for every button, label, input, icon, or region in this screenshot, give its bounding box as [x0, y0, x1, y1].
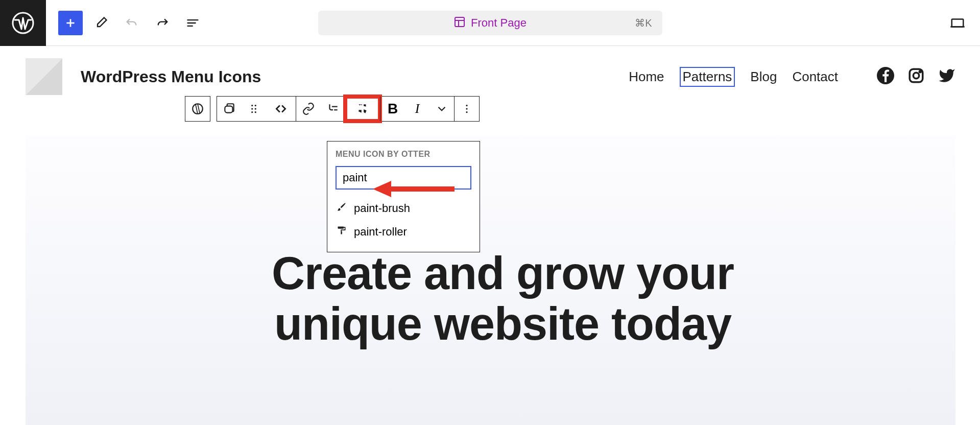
site-logo-placeholder[interactable]: [26, 58, 62, 95]
svg-point-25: [466, 105, 467, 106]
popover-title: MENU ICON BY OTTER: [336, 150, 471, 159]
undo-icon[interactable]: [119, 11, 144, 35]
svg-point-18: [255, 105, 256, 106]
nav-item-contact[interactable]: Contact: [792, 69, 838, 85]
svg-point-26: [466, 108, 467, 109]
link-icon[interactable]: [296, 97, 321, 121]
svg-point-20: [255, 108, 256, 109]
social-icons: [877, 67, 955, 86]
menu-icon-picker-button[interactable]: [345, 97, 380, 121]
block-type-icon[interactable]: [185, 97, 210, 121]
svg-rect-29: [341, 231, 342, 234]
site-header: WordPress Menu Icons Home Patterns Blog …: [26, 58, 980, 95]
icon-result-item[interactable]: paint-brush: [336, 197, 471, 220]
svg-rect-6: [455, 17, 464, 27]
document-bar[interactable]: Front Page ⌘K: [318, 11, 662, 35]
icon-search-input[interactable]: [336, 166, 471, 190]
move-arrows-icon[interactable]: [266, 97, 296, 121]
svg-point-22: [255, 111, 256, 113]
edit-tool-icon[interactable]: [89, 11, 113, 35]
navigation: Home Patterns Blog Contact: [629, 67, 838, 87]
command-shortcut: ⌘K: [635, 17, 652, 29]
icon-results-list: paint-brush paint-roller: [336, 197, 471, 244]
hero-section: Create and grow your unique website toda…: [26, 95, 980, 349]
nav-item-patterns[interactable]: Patterns: [680, 67, 735, 87]
nav-item-home[interactable]: Home: [629, 69, 664, 85]
site-title[interactable]: WordPress Menu Icons: [81, 67, 261, 86]
svg-point-13: [913, 73, 919, 78]
svg-rect-28: [338, 227, 344, 229]
icon-result-label: paint-roller: [354, 225, 407, 239]
svg-point-19: [251, 108, 253, 109]
menu-icon-popover: MENU ICON BY OTTER paint-brush paint-rol…: [327, 141, 480, 252]
redo-icon[interactable]: [150, 11, 175, 35]
template-icon: [453, 16, 466, 30]
paint-roller-icon: [337, 225, 347, 239]
twitter-icon[interactable]: [938, 67, 955, 86]
document-overview-icon[interactable]: [181, 11, 205, 35]
svg-rect-16: [225, 106, 232, 113]
block-toolbar: B I: [185, 96, 480, 122]
svg-point-27: [466, 111, 467, 113]
add-block-button[interactable]: [58, 11, 83, 35]
hero-line-1: Create and grow your: [272, 248, 734, 299]
more-options-icon[interactable]: [455, 97, 479, 121]
paint-brush-icon: [337, 202, 347, 215]
editor-canvas: WordPress Menu Icons Home Patterns Blog …: [0, 46, 980, 349]
bold-button[interactable]: B: [380, 97, 405, 121]
svg-point-14: [919, 71, 921, 73]
icon-result-label: paint-brush: [354, 202, 410, 215]
hero-heading[interactable]: Create and grow your unique website toda…: [26, 248, 980, 349]
select-parent-icon[interactable]: [217, 97, 242, 121]
icon-result-item[interactable]: paint-roller: [336, 220, 471, 244]
italic-button[interactable]: I: [405, 97, 429, 121]
drag-handle-icon[interactable]: [242, 97, 266, 121]
wordpress-logo[interactable]: [0, 0, 46, 46]
instagram-icon[interactable]: [907, 67, 925, 86]
svg-point-17: [251, 105, 253, 106]
svg-point-21: [251, 111, 253, 113]
document-title: Front Page: [471, 16, 527, 30]
top-toolbar: Front Page ⌘K: [0, 0, 980, 46]
view-toggle-icon[interactable]: [945, 11, 970, 35]
hero-line-2: unique website today: [274, 298, 731, 349]
more-formatting-dropdown[interactable]: [429, 97, 454, 121]
facebook-icon[interactable]: [877, 67, 894, 86]
svg-rect-9: [952, 19, 964, 27]
nav-item-blog[interactable]: Blog: [750, 69, 777, 85]
submenu-icon[interactable]: [321, 97, 345, 121]
